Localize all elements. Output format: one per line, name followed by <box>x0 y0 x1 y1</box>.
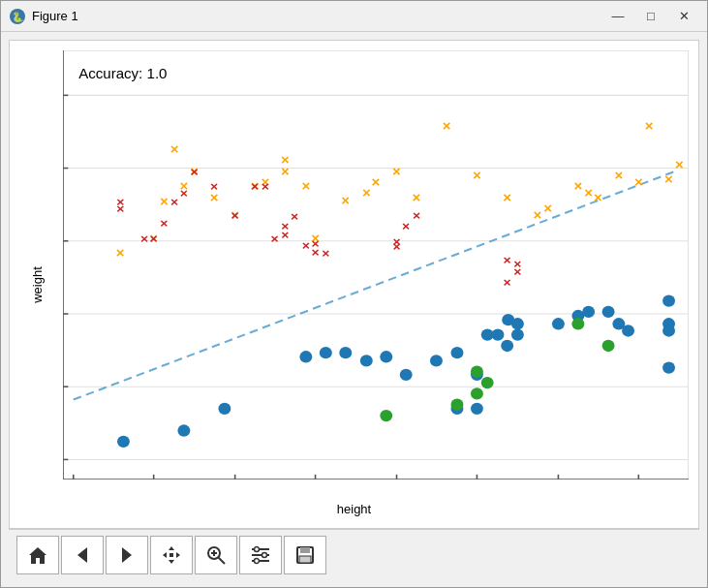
svg-point-11 <box>117 436 130 448</box>
svg-point-104 <box>451 399 464 411</box>
svg-point-16 <box>339 347 352 358</box>
minimize-button[interactable]: — <box>602 5 633 28</box>
svg-rect-158 <box>299 556 311 563</box>
svg-text:×: × <box>262 180 269 195</box>
svg-text:×: × <box>180 187 188 201</box>
svg-text:🐍: 🐍 <box>12 11 24 23</box>
maximize-button[interactable]: □ <box>635 5 666 28</box>
svg-text:×: × <box>170 195 178 209</box>
svg-text:×: × <box>392 164 401 179</box>
main-window: 🐍 Figure 1 — □ ✕ weight height <box>0 0 708 588</box>
zoom-button[interactable] <box>195 536 237 574</box>
svg-point-19 <box>400 369 413 381</box>
svg-point-35 <box>622 325 634 336</box>
svg-text:×: × <box>392 234 400 249</box>
window-controls: — □ ✕ <box>602 5 699 28</box>
plot-svg: Accuracy: 1.0 <box>63 50 689 480</box>
pan-button[interactable] <box>150 536 193 574</box>
settings-button[interactable] <box>239 536 282 574</box>
svg-text:×: × <box>402 220 410 234</box>
svg-point-106 <box>571 318 584 329</box>
chart-container: weight height <box>9 40 699 529</box>
svg-point-102 <box>471 387 483 399</box>
svg-text:×: × <box>362 186 371 201</box>
svg-point-13 <box>218 403 231 415</box>
svg-text:×: × <box>210 180 218 195</box>
svg-text:×: × <box>116 246 125 262</box>
svg-point-155 <box>255 558 260 563</box>
svg-text:×: × <box>584 186 593 201</box>
app-icon: 🐍 <box>9 8 26 25</box>
svg-text:×: × <box>341 193 350 208</box>
svg-point-37 <box>662 294 675 306</box>
svg-text:×: × <box>231 208 239 223</box>
svg-point-23 <box>471 403 483 415</box>
svg-point-38 <box>662 361 675 373</box>
svg-marker-142 <box>169 560 174 564</box>
svg-point-15 <box>320 347 332 358</box>
svg-point-32 <box>582 306 595 318</box>
svg-text:×: × <box>270 232 278 246</box>
x-axis-label: height <box>337 502 371 516</box>
svg-marker-143 <box>163 552 167 558</box>
svg-marker-138 <box>29 547 46 564</box>
back-button[interactable] <box>61 536 104 574</box>
home-button[interactable] <box>16 536 59 574</box>
svg-text:×: × <box>533 207 541 223</box>
close-button[interactable]: ✕ <box>668 5 699 28</box>
forward-button[interactable] <box>106 536 148 574</box>
title-bar: 🐍 Figure 1 — □ ✕ <box>1 1 707 32</box>
svg-text:×: × <box>311 246 319 261</box>
svg-text:×: × <box>413 208 420 223</box>
svg-text:Accuracy: 1.0: Accuracy: 1.0 <box>78 66 167 81</box>
svg-text:×: × <box>302 238 310 253</box>
svg-marker-141 <box>169 546 174 550</box>
svg-text:×: × <box>140 232 148 246</box>
svg-text:×: × <box>160 217 168 232</box>
svg-point-26 <box>492 328 505 340</box>
svg-point-12 <box>177 424 190 436</box>
svg-marker-140 <box>122 547 132 563</box>
svg-text:×: × <box>160 194 169 209</box>
svg-text:×: × <box>301 179 310 195</box>
svg-rect-2 <box>63 50 689 480</box>
svg-text:×: × <box>291 209 298 224</box>
svg-text:×: × <box>443 119 451 135</box>
svg-text:×: × <box>473 168 481 183</box>
svg-point-105 <box>481 377 494 388</box>
svg-point-21 <box>451 347 464 358</box>
svg-point-28 <box>511 328 524 340</box>
svg-text:×: × <box>372 174 381 190</box>
svg-text:×: × <box>251 180 259 195</box>
svg-point-101 <box>471 366 483 378</box>
svg-text:×: × <box>664 171 673 187</box>
svg-point-33 <box>602 306 615 318</box>
svg-point-154 <box>262 552 267 557</box>
svg-text:×: × <box>594 190 602 205</box>
svg-text:×: × <box>191 165 199 179</box>
main-content: weight height <box>1 32 707 587</box>
svg-rect-157 <box>300 547 310 553</box>
svg-point-17 <box>360 355 373 366</box>
svg-text:×: × <box>614 168 623 183</box>
svg-point-153 <box>255 546 260 551</box>
svg-text:×: × <box>116 201 124 216</box>
svg-text:×: × <box>543 201 552 216</box>
svg-point-39 <box>662 325 675 336</box>
svg-text:×: × <box>170 141 179 157</box>
svg-point-14 <box>299 351 312 362</box>
svg-text:×: × <box>634 174 643 190</box>
svg-point-40 <box>501 340 513 352</box>
svg-text:×: × <box>504 254 511 268</box>
svg-text:×: × <box>281 220 289 234</box>
svg-point-107 <box>602 340 615 352</box>
svg-marker-139 <box>77 547 87 563</box>
svg-text:×: × <box>413 190 421 205</box>
window-title: Figure 1 <box>32 9 602 23</box>
svg-text:×: × <box>322 247 329 262</box>
svg-text:×: × <box>675 157 684 172</box>
svg-line-147 <box>219 557 226 564</box>
svg-point-29 <box>511 318 524 329</box>
svg-rect-145 <box>169 553 173 557</box>
save-button[interactable] <box>284 536 326 574</box>
